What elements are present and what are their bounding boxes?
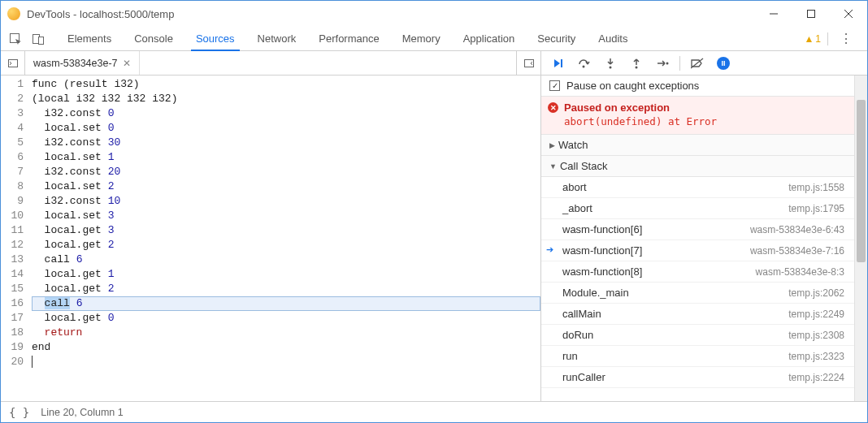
watch-section-header[interactable]: ▶ Watch (541, 135, 854, 156)
maximize-button[interactable] (792, 1, 830, 27)
close-icon[interactable]: ✕ (123, 58, 131, 69)
deactivate-breakpoints-button[interactable] (685, 54, 710, 73)
code-line[interactable]: call 6 (32, 296, 540, 311)
window-title: DevTools - localhost:5000/temp (27, 8, 174, 20)
code-line[interactable]: i32.const 10 (32, 194, 540, 209)
step-out-button[interactable] (624, 54, 649, 73)
tab-security[interactable]: Security (526, 27, 587, 50)
callstack-frame[interactable]: runtemp.js:2323 (541, 346, 854, 367)
callstack-frame[interactable]: doRuntemp.js:2308 (541, 325, 854, 346)
frame-location: temp.js:2224 (788, 372, 844, 383)
frame-location: temp.js:1558 (788, 182, 844, 193)
callstack-frame[interactable]: wasm-function[8]wasm-53834e3e-8:3 (541, 261, 854, 283)
tab-sources[interactable]: Sources (184, 27, 246, 50)
code-line[interactable]: return (32, 326, 540, 340)
code-line[interactable]: end (32, 340, 540, 355)
code-line[interactable]: i32.const 0 (32, 106, 540, 121)
code-line[interactable]: local.get 0 (32, 311, 540, 326)
tab-application[interactable]: Application (452, 27, 527, 50)
inspect-element-icon[interactable] (4, 27, 27, 50)
code-editor[interactable]: 1234567891011121314151617181920 func (re… (1, 76, 540, 401)
callstack-frame[interactable]: wasm-function[7]wasm-53834e3e-7:16 (541, 240, 854, 261)
minimize-button[interactable] (755, 1, 792, 27)
frame-function: abort (562, 181, 788, 193)
tab-network[interactable]: Network (246, 27, 308, 50)
tab-audits[interactable]: Audits (587, 27, 639, 50)
step-button[interactable] (650, 54, 675, 73)
code-lines[interactable]: func (result i32)(local i32 i32 i32 i32)… (28, 76, 540, 401)
tab-memory[interactable]: Memory (391, 27, 452, 50)
svg-point-8 (610, 66, 612, 68)
callstack-label: Call Stack (560, 160, 608, 172)
pause-on-caught-label: Pause on caught exceptions (566, 80, 699, 92)
svg-point-9 (636, 66, 638, 68)
frame-location: temp.js:2249 (788, 309, 844, 320)
frame-function: callMain (562, 308, 788, 320)
callstack-frame[interactable]: wasm-function[6]wasm-53834e3e-6:43 (541, 219, 854, 240)
pause-on-caught-row[interactable]: ✓ Pause on caught exceptions (541, 76, 854, 96)
line-gutter: 1234567891011121314151617181920 (1, 76, 28, 401)
step-over-button[interactable] (572, 54, 597, 73)
callstack-list: aborttemp.js:1558_aborttemp.js:1795wasm-… (541, 177, 854, 388)
code-line[interactable]: call 6 (32, 253, 540, 267)
callstack-section-header[interactable]: ▼ Call Stack (541, 156, 854, 177)
frame-location: temp.js:2323 (788, 351, 844, 362)
frame-function: wasm-function[8] (562, 265, 756, 278)
navigator-toggle-icon[interactable] (1, 51, 25, 75)
frame-location: temp.js:2062 (788, 287, 844, 299)
pause-on-exceptions-button[interactable]: II (711, 54, 736, 73)
frame-location: temp.js:2308 (788, 330, 844, 341)
tab-console[interactable]: Console (123, 27, 184, 50)
tab-elements[interactable]: Elements (56, 27, 123, 50)
resume-button[interactable] (546, 54, 571, 73)
code-line[interactable]: local.set 0 (32, 121, 540, 136)
debugger-sidebar-toggle-icon[interactable] (516, 51, 540, 75)
more-menu-icon[interactable]: ⋮ (835, 31, 857, 46)
main-tabs: ElementsConsoleSourcesNetworkPerformance… (1, 27, 867, 51)
tab-performance[interactable]: Performance (307, 27, 390, 50)
frame-function: doRun (562, 329, 788, 341)
callstack-frame[interactable]: _aborttemp.js:1795 (541, 198, 854, 219)
frame-location: wasm-53834e3e-7:16 (750, 245, 844, 257)
scrollbar-thumb[interactable] (857, 100, 866, 262)
code-line[interactable]: local.set 1 (32, 150, 540, 165)
frame-location: temp.js:1795 (788, 203, 844, 214)
code-line[interactable]: local.get 2 (32, 282, 540, 296)
callstack-frame[interactable]: aborttemp.js:1558 (541, 177, 854, 198)
code-line[interactable]: i32.const 30 (32, 136, 540, 150)
pause-icon: II (717, 57, 730, 70)
code-line[interactable]: local.set 3 (32, 209, 540, 223)
step-into-button[interactable] (598, 54, 623, 73)
code-line[interactable]: local.get 3 (32, 223, 540, 238)
cursor-position: Line 20, Column 1 (41, 407, 123, 418)
svg-rect-0 (808, 11, 815, 18)
device-toolbar-icon[interactable] (27, 27, 50, 50)
svg-point-7 (583, 65, 585, 67)
file-tab[interactable]: wasm-53834e3e-7 ✕ (25, 51, 140, 75)
code-line[interactable] (32, 355, 540, 369)
code-line[interactable]: local.set 2 (32, 179, 540, 194)
window-titlebar: DevTools - localhost:5000/temp (1, 1, 867, 27)
code-line[interactable]: local.get 2 (32, 238, 540, 253)
error-icon: ✕ (548, 102, 558, 113)
code-line[interactable]: local.get 1 (32, 267, 540, 282)
devtools-logo-icon (7, 7, 20, 20)
checkbox-icon[interactable]: ✓ (549, 80, 560, 91)
frame-function: Module._main (562, 287, 788, 299)
warning-badge[interactable]: ▲ 1 (804, 33, 821, 45)
callstack-frame[interactable]: Module._maintemp.js:2062 (541, 283, 854, 304)
callstack-frame[interactable]: callMaintemp.js:2249 (541, 304, 854, 325)
svg-rect-3 (39, 37, 44, 44)
close-button[interactable] (830, 1, 867, 27)
scrollbar[interactable] (854, 76, 867, 401)
warning-count: 1 (815, 33, 821, 45)
pretty-print-icon[interactable]: { } (9, 406, 29, 419)
editor-pane: 1234567891011121314151617181920 func (re… (1, 76, 541, 401)
frame-function: _abort (562, 202, 788, 214)
frame-location: wasm-53834e3e-6:43 (750, 224, 844, 235)
callstack-frame[interactable]: runCallertemp.js:2224 (541, 367, 854, 388)
code-line[interactable]: i32.const 20 (32, 165, 540, 179)
code-line[interactable]: (local i32 i32 i32 i32) (32, 92, 540, 106)
sub-toolbar: wasm-53834e3e-7 ✕ II (1, 51, 867, 76)
code-line[interactable]: func (result i32) (32, 77, 540, 92)
